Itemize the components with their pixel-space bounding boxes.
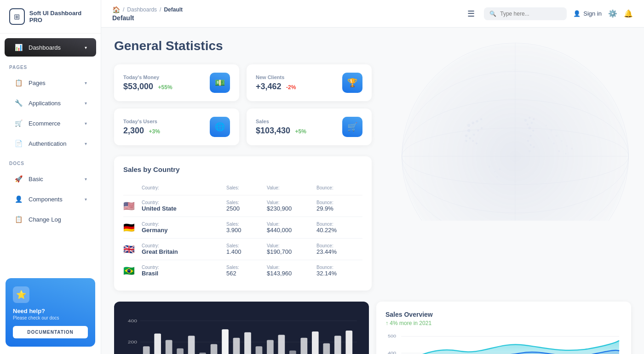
svg-rect-63 [267, 340, 274, 354]
sales-brasil: Sales: 562 [226, 265, 263, 277]
svg-point-34 [548, 137, 549, 139]
sidebar-item-label: Authentication [29, 140, 66, 147]
sidebar-item-changelog[interactable]: 📋 Change Log [5, 210, 96, 228]
sales-by-country-card: Sales by Country Country: Sales: Value: … [114, 156, 372, 291]
sidebar-item-label: Basic [29, 176, 43, 183]
svg-point-8 [472, 121, 474, 124]
svg-rect-69 [334, 336, 341, 354]
stat-icon-users: 🌐 [210, 117, 230, 137]
notification-icon[interactable]: 🔔 [624, 9, 633, 18]
chevron-down-icon: ▾ [85, 141, 87, 146]
svg-point-38 [566, 145, 567, 147]
svg-rect-58 [211, 344, 218, 354]
col-header-country: Country: [142, 185, 223, 190]
pages-icon: 📋 [14, 78, 23, 87]
breadcrumb-dashboards[interactable]: Dashboards [127, 6, 157, 13]
svg-rect-66 [301, 338, 308, 354]
svg-rect-54 [166, 340, 172, 354]
stat-card-money: Today's Money $53,000 +55% 💵 [114, 64, 239, 101]
svg-point-18 [476, 143, 477, 144]
changelog-icon: 📋 [14, 215, 23, 224]
sales-gb: Sales: 1.400 [226, 243, 263, 255]
menu-icon[interactable]: ☰ [467, 9, 475, 19]
bounce-brasil: Bounce: 32.14% [316, 265, 362, 277]
sidebar-item-label: Dashboards [29, 44, 61, 51]
table-row: 🇩🇪 Country: Germany Sales: 3.900 Value: … [123, 217, 362, 239]
help-title: Need help? [13, 308, 88, 314]
svg-point-39 [571, 148, 573, 149]
help-box: ⭐ Need help? Please check our docs DOCUM… [6, 278, 95, 347]
svg-rect-55 [177, 348, 184, 354]
svg-point-14 [473, 134, 475, 136]
svg-point-25 [529, 127, 531, 130]
country-info-gb: Country: Great Britain [142, 243, 223, 255]
topbar-left: 🏠 / Dashboards / Default Default [112, 6, 462, 22]
svg-point-21 [529, 117, 530, 119]
stat-change-money: +55% [158, 84, 172, 91]
settings-icon[interactable]: ⚙️ [608, 9, 617, 18]
stat-info-money: Today's Money $53,000 +55% [123, 74, 172, 91]
topbar: 🏠 / Dashboards / Default Default ☰ 🔍 👤 S… [101, 0, 644, 28]
stat-label-clients: New Clients [256, 74, 296, 80]
value-gb: Value: $190,700 [267, 243, 313, 255]
documentation-button[interactable]: DOCUMENTATION [13, 326, 88, 338]
svg-point-40 [565, 153, 566, 154]
flag-usa: 🇺🇸 [123, 200, 138, 211]
value-usa: Value: $230,900 [267, 200, 313, 212]
svg-point-16 [481, 127, 483, 129]
svg-point-24 [527, 123, 529, 125]
svg-text:400: 400 [128, 318, 137, 323]
stat-label-sales: Sales [256, 119, 306, 124]
svg-point-19 [465, 140, 467, 142]
svg-point-11 [467, 129, 471, 132]
chevron-down-icon: ▾ [85, 197, 87, 202]
stat-value-sales: $103,430 +5% [256, 126, 306, 136]
sidebar-item-ecommerce[interactable]: 🛒 Ecommerce ▾ [5, 114, 96, 132]
page-main-title: General Statistics [114, 39, 631, 53]
search-input[interactable] [500, 11, 561, 17]
stat-card-clients: New Clients +3,462 -2% 🏆 [247, 64, 372, 101]
svg-rect-59 [222, 329, 229, 354]
search-icon: 🔍 [489, 11, 496, 17]
sidebar-item-basic[interactable]: 🚀 Basic ▾ [5, 170, 96, 188]
sidebar-item-dashboards[interactable]: 📊 Dashboards ▾ [5, 38, 96, 57]
stat-icon-sales: 🛒 [342, 117, 362, 137]
sales-overview-title: Sales Overview [385, 311, 622, 318]
sidebar-item-components[interactable]: 👤 Components ▾ [5, 190, 96, 208]
chevron-down-icon: ▾ [85, 101, 87, 106]
content-area: // We'll generate dots via a pattern app… [101, 28, 644, 354]
svg-rect-52 [143, 346, 150, 354]
breadcrumb: 🏠 / Dashboards / Default [112, 6, 462, 13]
sidebar-item-authentication[interactable]: 📄 Authentication ▾ [5, 134, 96, 153]
breadcrumb-sep-1: / [123, 6, 124, 13]
svg-rect-56 [188, 336, 195, 354]
value-brasil: Value: $143,960 [267, 265, 313, 277]
svg-text:500: 500 [388, 334, 397, 338]
svg-point-36 [553, 143, 555, 144]
stat-card-sales: Sales $103,430 +5% 🛒 [247, 108, 372, 145]
sign-in-button[interactable]: 👤 Sign in [573, 10, 602, 17]
sidebar-logo: ⊞ Soft UI Dashboard PRO [0, 0, 101, 34]
svg-point-13 [469, 137, 471, 139]
sidebar-item-applications[interactable]: 🔧 Applications ▾ [5, 94, 96, 112]
svg-point-28 [527, 140, 529, 142]
svg-rect-67 [312, 331, 319, 354]
flag-brasil: 🇧🇷 [123, 265, 138, 276]
svg-point-29 [529, 144, 531, 146]
svg-point-20 [524, 119, 527, 122]
bar-chart-card: 400 200 0 [114, 302, 369, 354]
search-box[interactable]: 🔍 [484, 7, 567, 20]
country-info-usa: Country: United State [142, 200, 223, 212]
svg-point-32 [550, 130, 552, 131]
sidebar-item-pages[interactable]: 📋 Pages ▾ [5, 74, 96, 92]
svg-point-31 [529, 150, 530, 152]
svg-point-27 [529, 135, 531, 137]
svg-point-9 [476, 120, 478, 123]
sidebar-item-label: Applications [29, 100, 61, 107]
sales-overview-subtitle: ↑ 4% more in 2021 [385, 320, 622, 326]
svg-point-17 [472, 140, 474, 142]
bar-chart-svg: 400 200 0 [123, 314, 360, 354]
chevron-down-icon: ▾ [85, 45, 87, 50]
svg-point-2 [402, 100, 629, 213]
stat-info-sales: Sales $103,430 +5% [256, 119, 306, 136]
